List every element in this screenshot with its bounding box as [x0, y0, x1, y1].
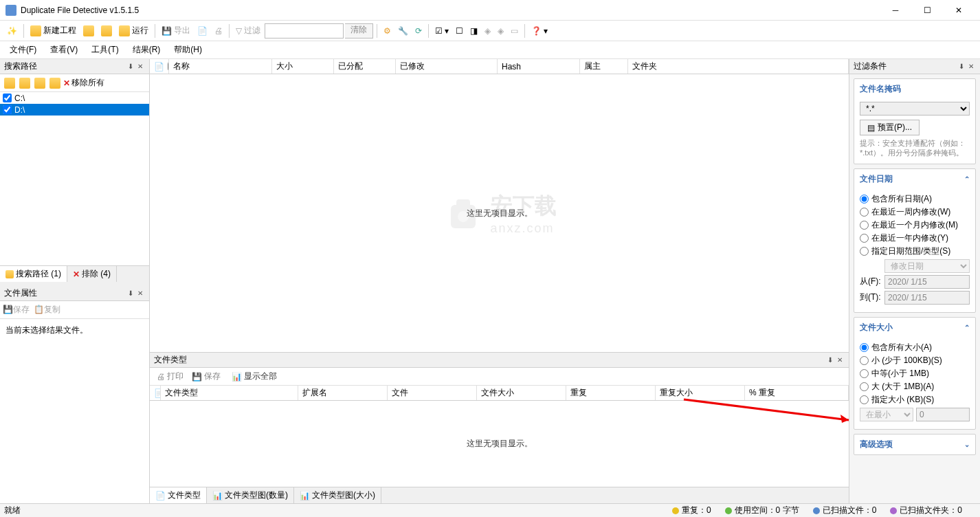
col-hash[interactable]: Hash: [498, 59, 580, 74]
tab-file-type[interactable]: 📄文件类型: [150, 487, 207, 503]
filter-input[interactable]: [265, 23, 344, 38]
advanced-panel[interactable]: 高级选项⌄: [854, 434, 976, 455]
tab-exclude[interactable]: ✕排除 (4): [67, 266, 117, 282]
date-opt-year[interactable]: 在最近一年内修改(Y): [860, 232, 970, 244]
size-opt-custom[interactable]: 指定大小 (KB)(S): [860, 394, 970, 406]
folder-add-icon: [4, 78, 15, 89]
size-opt-large[interactable]: 大 (大于 1MB)(A): [860, 381, 970, 393]
col-allocated[interactable]: 已分配: [334, 59, 396, 74]
tab-search-path[interactable]: 搜索路径 (1): [0, 266, 67, 282]
uncheck-button[interactable]: ☐: [453, 23, 466, 39]
tab-file-type-chart-count[interactable]: 📊文件类型图(数量): [207, 487, 294, 503]
menu-tools[interactable]: 工具(T): [86, 42, 124, 58]
col-size[interactable]: 大小: [272, 59, 334, 74]
bottom-save-button[interactable]: 💾保存: [189, 369, 223, 384]
new-project-button[interactable]: 新建工程: [27, 23, 79, 39]
pin-icon[interactable]: ⬇: [126, 62, 135, 72]
open-button[interactable]: [80, 23, 97, 39]
pin-icon[interactable]: ⬇: [126, 289, 135, 298]
window-button[interactable]: ▭: [508, 23, 521, 39]
tab-file-type-chart-size[interactable]: 📊文件类型图(大小): [294, 487, 381, 503]
menu-results[interactable]: 结果(R): [127, 42, 166, 58]
preset-button[interactable]: ▤预置(P)...: [860, 120, 920, 135]
col-icon[interactable]: 📄: [150, 59, 169, 74]
date-opt-month[interactable]: 在最近一个月内修改(M): [860, 219, 970, 231]
filter-button[interactable]: ▽过滤: [233, 23, 263, 39]
date-title[interactable]: 文件日期⌃: [854, 169, 975, 189]
bottom-print-button[interactable]: 🖨打印: [154, 369, 186, 384]
cube2-button[interactable]: ◈: [495, 23, 506, 39]
add-folder2-button[interactable]: [18, 76, 32, 90]
wrench-button[interactable]: 🔧: [395, 23, 411, 39]
date-opt-all[interactable]: 包含所有日期(A): [860, 193, 970, 205]
drive-d-checkbox[interactable]: [3, 105, 12, 114]
add-folder4-button[interactable]: [48, 76, 62, 90]
menu-help[interactable]: 帮助(H): [168, 42, 208, 58]
add-folder3-button[interactable]: [33, 76, 47, 90]
status-ready: 就绪: [4, 505, 21, 516]
date-opt-week[interactable]: 在最近一周内修改(W): [860, 206, 970, 218]
doc-icon: 📄: [197, 26, 208, 36]
folder-icon: [30, 25, 41, 36]
list-icon: ▤: [867, 123, 875, 133]
app-title: Duplicate File Detective v1.5.1.5: [21, 6, 880, 15]
doc-icon: 📄: [155, 491, 166, 500]
show-all-button[interactable]: 📊显示全部: [229, 369, 280, 384]
close-button[interactable]: ✕: [943, 0, 975, 21]
run-button[interactable]: 运行: [116, 23, 151, 39]
close-panel-icon[interactable]: ✕: [135, 289, 145, 298]
wand-button[interactable]: ✨: [4, 23, 20, 39]
check-button[interactable]: ☑▾: [432, 23, 452, 39]
help-button[interactable]: ❓▾: [528, 23, 550, 39]
col-name[interactable]: 名称: [169, 59, 272, 74]
invert-button[interactable]: ◨: [467, 23, 480, 39]
chevron-up-icon: ⌃: [964, 324, 970, 331]
col-dup[interactable]: 重复: [566, 386, 656, 400]
props-copy-button[interactable]: 📋复制: [34, 304, 60, 316]
doc-button[interactable]: 📄: [194, 23, 210, 39]
refresh-button[interactable]: ⟳: [412, 23, 425, 39]
chevron-down-icon: ⌄: [964, 441, 970, 448]
gear-button[interactable]: ⚙: [381, 23, 394, 39]
close-panel-icon[interactable]: ✕: [135, 62, 145, 72]
clear-button[interactable]: 清除: [345, 23, 373, 38]
export-button[interactable]: 💾导出: [159, 23, 193, 39]
size-opt-small[interactable]: 小 (少于 100KB)(S): [860, 355, 970, 366]
remove-all-button[interactable]: ✕移除所有: [63, 76, 104, 90]
drive-item-c[interactable]: C:\: [0, 92, 149, 104]
col-ext[interactable]: 扩展名: [298, 386, 388, 400]
date-type-select: 修改日期: [884, 259, 970, 273]
size-opt-all[interactable]: 包含所有大小(A): [860, 342, 970, 353]
col-filetype[interactable]: 文件类型: [161, 386, 298, 400]
pin-icon[interactable]: ⬇: [957, 62, 966, 72]
menu-view[interactable]: 查看(V): [45, 42, 83, 58]
add-folder-button[interactable]: [3, 76, 16, 90]
col-files[interactable]: 文件: [388, 386, 477, 400]
size-opt-medium[interactable]: 中等(小于 1MB): [860, 368, 970, 380]
close-panel-icon[interactable]: ✕: [835, 355, 845, 365]
filter-title: 过滤条件: [854, 60, 957, 72]
col-modified[interactable]: 已修改: [396, 59, 498, 74]
col-owner[interactable]: 属主: [580, 59, 628, 74]
close-panel-icon[interactable]: ✕: [966, 62, 976, 72]
cube1-button[interactable]: ◈: [482, 23, 493, 39]
wand-icon: ✨: [7, 26, 17, 36]
col-pctdup[interactable]: % 重复: [745, 386, 849, 400]
pin-icon[interactable]: ⬇: [825, 355, 835, 365]
mask-input[interactable]: *.*: [860, 102, 970, 116]
col-folder[interactable]: 文件夹: [628, 59, 849, 74]
save-button[interactable]: [98, 23, 115, 39]
drive-item-d[interactable]: D:\: [0, 104, 149, 116]
date-opt-range[interactable]: 指定日期范围/类型(S): [860, 245, 970, 257]
menu-file[interactable]: 文件(F): [4, 42, 42, 58]
status-bar: 就绪 重复：0 使用空间：0 字节 已扫描文件：0 已扫描文件夹：0: [0, 503, 980, 517]
col-dupsize[interactable]: 重复大小: [656, 386, 745, 400]
minimize-button[interactable]: ─: [880, 0, 911, 21]
drive-c-checkbox[interactable]: [3, 94, 12, 102]
col-filesize[interactable]: 文件大小: [477, 386, 566, 400]
props-title: 文件属性: [4, 287, 126, 299]
props-save-button[interactable]: 💾保存: [3, 304, 30, 316]
print-button[interactable]: 🖨: [212, 23, 225, 39]
size-title[interactable]: 文件大小⌃: [854, 318, 975, 338]
maximize-button[interactable]: ☐: [911, 0, 943, 21]
